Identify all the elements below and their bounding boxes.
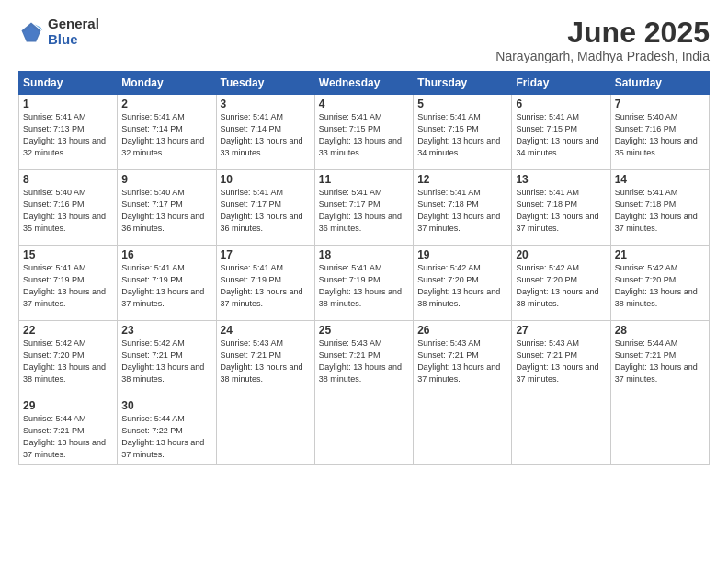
day-number: 21 xyxy=(615,248,705,261)
day-number: 9 xyxy=(121,173,211,186)
table-row: 10Sunrise: 5:41 AMSunset: 7:17 PMDayligh… xyxy=(216,170,314,246)
table-row: 23Sunrise: 5:42 AMSunset: 7:21 PMDayligh… xyxy=(118,321,216,396)
day-info: Sunrise: 5:41 AMSunset: 7:15 PMDaylight:… xyxy=(417,112,500,157)
table-row: 11Sunrise: 5:41 AMSunset: 7:17 PMDayligh… xyxy=(314,170,413,246)
day-number: 6 xyxy=(516,98,606,110)
day-number: 23 xyxy=(121,324,211,337)
day-number: 2 xyxy=(121,98,211,110)
day-info: Sunrise: 5:40 AMSunset: 7:17 PMDaylight:… xyxy=(121,188,204,233)
table-row: 21Sunrise: 5:42 AMSunset: 7:20 PMDayligh… xyxy=(610,246,709,321)
day-number: 3 xyxy=(221,98,311,110)
day-info: Sunrise: 5:41 AMSunset: 7:19 PMDaylight:… xyxy=(121,263,204,308)
day-info: Sunrise: 5:40 AMSunset: 7:16 PMDaylight:… xyxy=(615,112,698,157)
table-row: 19Sunrise: 5:42 AMSunset: 7:20 PMDayligh… xyxy=(414,246,512,321)
table-row: 7Sunrise: 5:40 AMSunset: 7:16 PMDaylight… xyxy=(610,95,709,170)
day-number: 26 xyxy=(417,324,507,337)
col-saturday: Saturday xyxy=(610,72,709,95)
day-info: Sunrise: 5:43 AMSunset: 7:21 PMDaylight:… xyxy=(221,339,303,384)
day-info: Sunrise: 5:44 AMSunset: 7:22 PMDaylight:… xyxy=(121,414,204,459)
page: General Blue June 2025 Narayangarh, Madh… xyxy=(0,0,728,563)
day-number: 4 xyxy=(319,98,409,110)
table-row: 30Sunrise: 5:44 AMSunset: 7:22 PMDayligh… xyxy=(118,396,216,465)
table-row: 8Sunrise: 5:40 AMSunset: 7:16 PMDaylight… xyxy=(19,170,118,246)
day-number: 22 xyxy=(23,324,113,337)
day-info: Sunrise: 5:40 AMSunset: 7:16 PMDaylight:… xyxy=(23,188,106,233)
day-number: 7 xyxy=(615,98,705,110)
table-row: 2Sunrise: 5:41 AMSunset: 7:14 PMDaylight… xyxy=(118,95,216,170)
day-info: Sunrise: 5:41 AMSunset: 7:18 PMDaylight:… xyxy=(615,188,698,233)
day-info: Sunrise: 5:43 AMSunset: 7:21 PMDaylight:… xyxy=(516,339,598,384)
table-row: 27Sunrise: 5:43 AMSunset: 7:21 PMDayligh… xyxy=(512,321,610,396)
day-info: Sunrise: 5:43 AMSunset: 7:21 PMDaylight:… xyxy=(319,339,402,384)
day-info: Sunrise: 5:44 AMSunset: 7:21 PMDaylight:… xyxy=(23,414,106,459)
day-number: 14 xyxy=(615,173,705,186)
table-row: 25Sunrise: 5:43 AMSunset: 7:21 PMDayligh… xyxy=(314,321,413,396)
table-row: 20Sunrise: 5:42 AMSunset: 7:20 PMDayligh… xyxy=(512,246,610,321)
calendar-week-1: 1Sunrise: 5:41 AMSunset: 7:13 PMDaylight… xyxy=(19,95,710,170)
day-number: 25 xyxy=(319,324,409,337)
day-number: 18 xyxy=(319,248,409,261)
logo-general-text: General xyxy=(48,17,99,32)
day-info: Sunrise: 5:41 AMSunset: 7:15 PMDaylight:… xyxy=(516,112,598,157)
table-row: 24Sunrise: 5:43 AMSunset: 7:21 PMDayligh… xyxy=(216,321,314,396)
day-number: 15 xyxy=(23,248,113,261)
day-number: 17 xyxy=(221,248,311,261)
day-number: 16 xyxy=(121,248,211,261)
day-number: 29 xyxy=(23,399,113,412)
day-info: Sunrise: 5:43 AMSunset: 7:21 PMDaylight:… xyxy=(417,339,500,384)
table-row xyxy=(216,396,314,465)
table-row: 14Sunrise: 5:41 AMSunset: 7:18 PMDayligh… xyxy=(610,170,709,246)
day-number: 10 xyxy=(221,173,311,186)
day-info: Sunrise: 5:41 AMSunset: 7:18 PMDaylight:… xyxy=(516,188,598,233)
calendar-week-4: 22Sunrise: 5:42 AMSunset: 7:20 PMDayligh… xyxy=(19,321,710,396)
col-thursday: Thursday xyxy=(414,72,512,95)
col-monday: Monday xyxy=(118,72,216,95)
day-info: Sunrise: 5:41 AMSunset: 7:17 PMDaylight:… xyxy=(221,188,303,233)
day-number: 1 xyxy=(23,98,113,110)
logo-icon xyxy=(18,19,44,45)
header-row: Sunday Monday Tuesday Wednesday Thursday… xyxy=(19,72,710,95)
day-info: Sunrise: 5:41 AMSunset: 7:17 PMDaylight:… xyxy=(319,188,402,233)
day-info: Sunrise: 5:42 AMSunset: 7:20 PMDaylight:… xyxy=(516,263,598,308)
day-number: 19 xyxy=(417,248,507,261)
day-info: Sunrise: 5:41 AMSunset: 7:13 PMDaylight:… xyxy=(23,112,106,157)
table-row: 6Sunrise: 5:41 AMSunset: 7:15 PMDaylight… xyxy=(512,95,610,170)
day-info: Sunrise: 5:42 AMSunset: 7:20 PMDaylight:… xyxy=(615,263,698,308)
table-row: 17Sunrise: 5:41 AMSunset: 7:19 PMDayligh… xyxy=(216,246,314,321)
day-number: 24 xyxy=(221,324,311,337)
calendar-title: June 2025 xyxy=(495,17,710,49)
day-info: Sunrise: 5:41 AMSunset: 7:19 PMDaylight:… xyxy=(23,263,106,308)
day-info: Sunrise: 5:41 AMSunset: 7:14 PMDaylight:… xyxy=(221,112,303,157)
table-row: 1Sunrise: 5:41 AMSunset: 7:13 PMDaylight… xyxy=(19,95,118,170)
table-row xyxy=(314,396,413,465)
logo: General Blue xyxy=(18,17,99,47)
col-sunday: Sunday xyxy=(19,72,118,95)
table-row xyxy=(414,396,512,465)
calendar-table: Sunday Monday Tuesday Wednesday Thursday… xyxy=(18,71,710,465)
col-tuesday: Tuesday xyxy=(216,72,314,95)
calendar-subtitle: Narayangarh, Madhya Pradesh, India xyxy=(495,49,710,63)
col-friday: Friday xyxy=(512,72,610,95)
table-row: 16Sunrise: 5:41 AMSunset: 7:19 PMDayligh… xyxy=(118,246,216,321)
day-info: Sunrise: 5:41 AMSunset: 7:15 PMDaylight:… xyxy=(319,112,402,157)
calendar-week-2: 8Sunrise: 5:40 AMSunset: 7:16 PMDaylight… xyxy=(19,170,710,246)
day-number: 27 xyxy=(516,324,606,337)
day-number: 28 xyxy=(615,324,705,337)
header: General Blue June 2025 Narayangarh, Madh… xyxy=(18,17,710,63)
table-row xyxy=(512,396,610,465)
day-info: Sunrise: 5:42 AMSunset: 7:20 PMDaylight:… xyxy=(417,263,500,308)
table-row: 15Sunrise: 5:41 AMSunset: 7:19 PMDayligh… xyxy=(19,246,118,321)
table-row: 13Sunrise: 5:41 AMSunset: 7:18 PMDayligh… xyxy=(512,170,610,246)
table-row: 9Sunrise: 5:40 AMSunset: 7:17 PMDaylight… xyxy=(118,170,216,246)
logo-text: General Blue xyxy=(48,17,99,47)
day-number: 5 xyxy=(417,98,507,110)
day-info: Sunrise: 5:41 AMSunset: 7:19 PMDaylight:… xyxy=(319,263,402,308)
day-number: 11 xyxy=(319,173,409,186)
day-number: 12 xyxy=(417,173,507,186)
day-number: 20 xyxy=(516,248,606,261)
title-block: June 2025 Narayangarh, Madhya Pradesh, I… xyxy=(495,17,710,63)
day-info: Sunrise: 5:41 AMSunset: 7:19 PMDaylight:… xyxy=(221,263,303,308)
day-info: Sunrise: 5:41 AMSunset: 7:18 PMDaylight:… xyxy=(417,188,500,233)
table-row xyxy=(610,396,709,465)
table-row: 3Sunrise: 5:41 AMSunset: 7:14 PMDaylight… xyxy=(216,95,314,170)
